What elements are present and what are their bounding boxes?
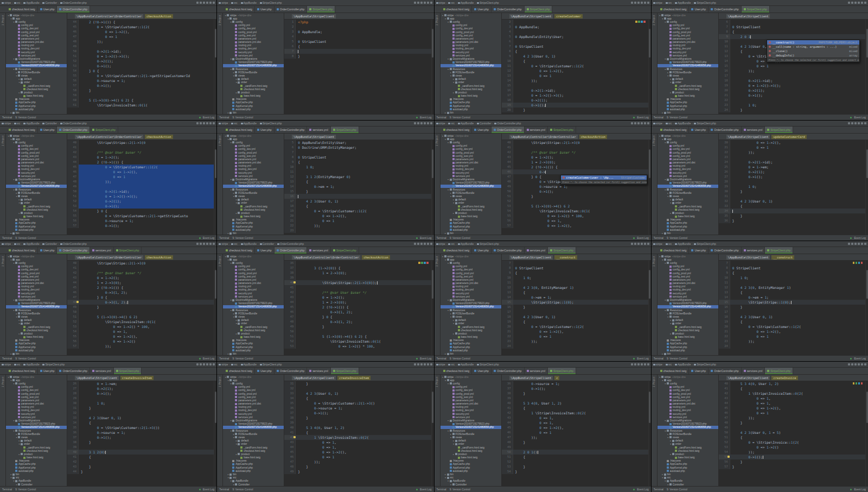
tool-window-strip[interactable]: 1: Project xyxy=(0,254,6,355)
intention-bulb-icon[interactable] xyxy=(727,456,730,458)
code-line-17[interactable]: 17 xyxy=(719,310,868,314)
code-line-46[interactable]: 46 0 => 1 xyxy=(284,455,433,459)
code-line-4[interactable]: 4 xyxy=(284,34,433,39)
settings-icon[interactable] xyxy=(209,243,212,245)
project-toolwindow-button[interactable]: 1: Project xyxy=(2,377,4,387)
code-line-43[interactable]: 43 0 = 1->2(); xyxy=(502,155,651,160)
breadcrumb-class[interactable]: \AppBundle\Controller\OrderController xyxy=(75,255,143,260)
code-line-10[interactable]: 10 1 0; xyxy=(719,275,868,280)
close-icon[interactable] xyxy=(647,2,649,4)
expand-arrow-icon[interactable]: ▸ xyxy=(452,91,455,94)
code-line-7[interactable]: 70 StripeClient xyxy=(502,44,651,49)
statusbar-button-Terminal[interactable]: Terminal xyxy=(2,116,12,119)
expand-arrow-icon[interactable]: ▸ xyxy=(452,212,455,215)
editor-tab-StripeClient.php[interactable]: StripeClient.php xyxy=(548,127,576,133)
code-line-35[interactable]: 35 0 = \Stripe\Customer::2(1->3() xyxy=(284,401,433,406)
expand-arrow-icon[interactable]: ▾ xyxy=(447,58,450,60)
project-toolwindow-button[interactable]: 1: Project xyxy=(219,377,221,387)
code-line-35[interactable]: 35 } xyxy=(719,213,868,218)
project-toolwindow-button[interactable]: 1: Project xyxy=(653,136,655,146)
breadcrumb-method[interactable]: createInvoice xyxy=(771,376,797,380)
code-line-8[interactable]: 8{ xyxy=(719,29,868,34)
code-line-51[interactable]: 51 5 (1->3(0)->4() 6 2) xyxy=(67,314,216,319)
expand-arrow-icon[interactable]: ▾ xyxy=(452,322,455,325)
close-icon[interactable] xyxy=(647,243,649,245)
code-line-57[interactable]: 57 0 => 1->2(), xyxy=(502,223,651,228)
editor-tab-StripeClient.php[interactable]: StripeClient.php xyxy=(525,6,553,12)
code-line-24[interactable]: 24 0->2(1->id); xyxy=(719,160,868,165)
code-line-42[interactable]: 42 1 \Stripe\InvoiceItem::0(2( xyxy=(502,411,651,415)
settings-icon[interactable] xyxy=(209,2,212,4)
back-icon[interactable] xyxy=(848,122,850,124)
code-line-23[interactable]: 23 )); xyxy=(502,339,651,344)
project-toolwindow-button[interactable]: 1: Project xyxy=(219,15,221,26)
breadcrumb-class[interactable]: \AppBundle\StripeClient xyxy=(509,14,553,18)
code-line-32[interactable]: 32 xyxy=(67,411,216,415)
code-line-7[interactable]: 7 xyxy=(719,261,868,266)
code-line-50[interactable]: 50 0->2(1->id); xyxy=(67,189,216,194)
editor-tab-services.yml[interactable]: services.yml xyxy=(525,127,548,133)
code-line-44[interactable]: 44 0 => 1, xyxy=(502,420,651,425)
forward-icon[interactable] xyxy=(417,243,419,245)
tool-window-strip[interactable]: 1: Project xyxy=(217,375,223,486)
code-line-49[interactable]: 49 0->source = 1; xyxy=(502,184,651,189)
editor-tab-OrderController.php[interactable]: OrderController.php xyxy=(492,368,525,374)
code-line-21[interactable]: 21 0 => 1->2(), xyxy=(502,329,651,334)
settings-icon[interactable] xyxy=(644,243,646,245)
expand-arrow-icon[interactable]: ▾ xyxy=(447,178,450,181)
statusbar-button-Terminal[interactable]: Terminal xyxy=(2,237,12,239)
back-icon[interactable] xyxy=(196,122,199,124)
event-log-button[interactable]: Event Log xyxy=(637,237,649,239)
breadcrumb-method[interactable]: updateCustomerCard xyxy=(771,135,806,139)
code-line-33[interactable]: 33 4 2 3(User 0, 1) xyxy=(67,415,216,420)
code-line-43[interactable]: 43 0 = 1->2(); xyxy=(67,275,216,280)
back-icon[interactable] xyxy=(414,2,416,4)
expand-arrow-icon[interactable]: ▾ xyxy=(442,135,444,137)
code-line-44[interactable]: 44 1 = 2->3(0); xyxy=(284,300,433,305)
code-line-20[interactable]: 20 0 = \Stripe\Customer::1(2( xyxy=(502,324,651,329)
code-line-49[interactable]: 49 xyxy=(67,184,216,189)
run-icon[interactable] xyxy=(203,363,205,365)
code-line-43[interactable]: 43 } xyxy=(67,464,216,469)
search-icon[interactable] xyxy=(858,243,860,245)
code-line-41[interactable]: 41 xyxy=(502,145,651,150)
statusbar-button-9: Version Control[interactable]: 9: Version Control xyxy=(15,116,36,119)
tool-window-strip[interactable]: 1: Project xyxy=(0,375,6,486)
search-icon[interactable] xyxy=(641,2,643,4)
editor-tab-OrderController.php[interactable]: OrderController.php xyxy=(709,247,742,254)
code-area[interactable]: 31 }3233 4 2 3(User 0, 1)34 {35 0 = \Str… xyxy=(284,381,433,486)
close-icon[interactable] xyxy=(213,363,215,365)
code-line-40[interactable]: 40 5 3 4(0, User 1, 2) xyxy=(719,381,868,386)
main-toolbar-icons[interactable] xyxy=(414,363,432,365)
breadcrumb-method[interactable]: __construct xyxy=(771,255,794,260)
code-line-43[interactable]: 43 0 = 1->2(); xyxy=(284,295,433,300)
code-line-44[interactable]: 44 2 (!0->1()) { xyxy=(67,160,216,165)
statusbar-button-Terminal[interactable]: Terminal xyxy=(219,237,229,239)
editor-tab-checkout.html.twig[interactable]: checkout.html.twig xyxy=(7,127,38,133)
tool-window-strip[interactable]: 1: Project xyxy=(217,254,223,355)
breadcrumb-class[interactable]: \AppBundle\StripeClient xyxy=(726,14,770,18)
main-toolbar-icons[interactable] xyxy=(631,122,649,124)
inspection-widget[interactable] xyxy=(418,262,429,264)
run-icon[interactable] xyxy=(637,122,640,124)
forward-icon[interactable] xyxy=(200,2,202,4)
code-line-7[interactable]: 70 StripeClient xyxy=(719,24,868,29)
statusbar-button-9: Version Control[interactable]: 9: Version Control xyxy=(15,488,36,491)
code-line-6[interactable]: 6{ xyxy=(284,44,433,49)
code-line-18[interactable]: 18 0->2(1); xyxy=(502,98,651,103)
main-toolbar-icons[interactable] xyxy=(848,363,866,365)
code-line-30[interactable]: 30 1 0; xyxy=(67,401,216,406)
breadcrumb-class[interactable]: \AppBundle\StripeClient xyxy=(726,135,770,139)
editor-tab-User.php[interactable]: User.php xyxy=(38,6,58,12)
back-icon[interactable] xyxy=(631,122,633,124)
statusbar-button-Terminal[interactable]: Terminal xyxy=(219,357,229,360)
tool-window-strip[interactable]: 1: Project xyxy=(435,134,441,235)
back-icon[interactable] xyxy=(196,2,199,4)
code-line-48[interactable]: 48 } xyxy=(284,464,433,469)
editor-tab-OrderController.php[interactable]: OrderController.php xyxy=(275,127,308,133)
forward-icon[interactable] xyxy=(417,122,419,124)
statusbar-button-Terminal[interactable]: Terminal xyxy=(654,488,663,491)
main-toolbar-icons[interactable] xyxy=(196,2,215,4)
code-line-51[interactable]: 51 { xyxy=(502,455,651,459)
code-line-15[interactable]: 15 } xyxy=(284,189,433,194)
